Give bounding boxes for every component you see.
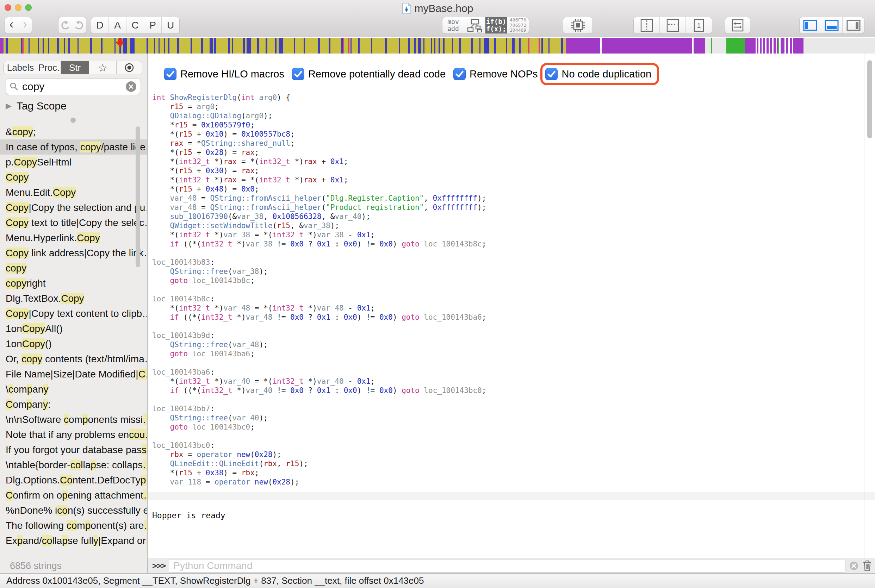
list-item[interactable]: Or, copy contents (text/html/ima…: [0, 351, 147, 366]
code-line: loc_100143ba6:: [152, 368, 486, 377]
clear-search-button[interactable]: [126, 81, 136, 92]
split-horizontal-button[interactable]: [660, 17, 686, 33]
tab-tags[interactable]: [117, 61, 142, 74]
tag-scope-disclosure[interactable]: ▶ Tag Scope: [6, 100, 67, 112]
tab-favorites[interactable]: ☆: [89, 61, 117, 74]
redo-button[interactable]: [72, 17, 86, 33]
cfg-view-button[interactable]: [464, 17, 485, 33]
undo-button[interactable]: [59, 17, 72, 33]
list-item[interactable]: Copy text to title|Copy the selec…: [0, 215, 147, 230]
code-line: *(r15 + 0x38) = rbx;: [152, 468, 486, 477]
list-item[interactable]: copy: [0, 261, 147, 276]
clear-console-icon[interactable]: [849, 561, 859, 571]
toggle-right-panel-button[interactable]: [843, 17, 864, 33]
code-pane[interactable]: int ShowRegisterDlg(int arg0) { r15 = ar…: [152, 93, 486, 487]
list-item[interactable]: File Name|Size|Date Modified|C…: [0, 366, 147, 382]
code-line: [152, 322, 486, 331]
navigation-minimap[interactable]: [0, 38, 875, 54]
list-item[interactable]: \company: [0, 382, 147, 397]
code-line: [152, 285, 486, 294]
checkbox-remove-hi-lo-macros[interactable]: Remove HI/LO macros: [164, 68, 284, 80]
search-input[interactable]: [21, 80, 126, 93]
checkbox-label: Remove HI/LO macros: [180, 68, 284, 80]
hex-view-label: 486F70706572204469: [510, 18, 526, 33]
nav-forward-button[interactable]: ›: [18, 17, 32, 33]
code-line: [152, 249, 486, 258]
list-item[interactable]: Note that if any problems encou…: [0, 427, 147, 442]
split-vertical-button[interactable]: [634, 17, 660, 33]
code-line: [152, 432, 486, 441]
checkbox-no-code-duplication[interactable]: No code duplication: [545, 68, 651, 80]
search-field[interactable]: [6, 78, 140, 95]
mode-ascii-button[interactable]: A: [109, 17, 126, 33]
list-item[interactable]: Menu.Edit.Copy: [0, 185, 147, 200]
list-item[interactable]: &copy;: [0, 124, 147, 140]
record-circle-icon: [125, 63, 134, 72]
mode-data-button[interactable]: D: [91, 17, 109, 33]
list-item[interactable]: p.CopySelHtml: [0, 154, 147, 170]
list-item[interactable]: %nDone% icon(s) successfully e…: [0, 503, 147, 518]
bottom-panel-icon: [824, 20, 839, 32]
checkbox-checked-icon[interactable]: [164, 68, 177, 80]
python-command-input[interactable]: [169, 559, 845, 573]
list-item[interactable]: Copy link address|Copy the link…: [0, 245, 147, 261]
list-item[interactable]: Copy: [0, 170, 147, 185]
sidebar-scrollbar[interactable]: [136, 126, 140, 267]
checkbox-checked-icon[interactable]: [545, 68, 558, 80]
chevron-right-icon: ›: [23, 18, 27, 33]
list-item[interactable]: Copy|Copy text content to clipb…: [0, 306, 147, 321]
trash-icon[interactable]: [862, 560, 872, 572]
pseudocode-view-button[interactable]: if(b)f(x);: [485, 17, 507, 33]
panel-toggle-buttons: [799, 17, 864, 34]
swap-panes-button[interactable]: [725, 17, 750, 34]
checkbox-checked-icon[interactable]: [292, 68, 304, 80]
list-item[interactable]: Dlg.TextBox.Copy: [0, 291, 147, 306]
tab-procedures[interactable]: Proc.: [38, 61, 61, 74]
single-pane-button[interactable]: 1: [686, 17, 712, 33]
list-item[interactable]: Menu.Hyperlink.Copy: [0, 230, 147, 245]
tab-labels[interactable]: Labels: [4, 61, 38, 74]
toggle-bottom-panel-button[interactable]: [821, 17, 843, 33]
list-item[interactable]: Expand/collapse fully|Expand or…: [0, 533, 147, 548]
redo-icon: [74, 20, 84, 31]
assembly-view-button[interactable]: movadd: [443, 17, 464, 33]
checkbox-remove-potentially-dead-code[interactable]: Remove potentially dead code: [292, 68, 446, 80]
checkbox-label: Remove potentially dead code: [308, 68, 446, 80]
code-line: *(int32_t *)var_38 = *(int32_t *)var_38 …: [152, 230, 486, 239]
code-line: var_48 = QString::fromAscii_helper("Prod…: [152, 203, 486, 212]
main-scrollbar[interactable]: [867, 60, 872, 138]
search-icon: [9, 82, 19, 91]
list-item[interactable]: If you forgot your database pass…: [0, 442, 147, 458]
list-item[interactable]: \n\nSoftware components missi…: [0, 412, 147, 427]
list-item[interactable]: In case of typos, copy/paste lice…: [0, 140, 147, 154]
mode-code-button[interactable]: C: [126, 17, 144, 33]
hex-view-button[interactable]: 486F70706572204469: [507, 17, 529, 33]
code-line: var_40 = QString::fromAscii_helper("Dlg.…: [152, 194, 486, 203]
code-line: loc_100143b8c:: [152, 294, 486, 303]
splitter-handle[interactable]: [71, 118, 76, 123]
title-bar: myBase.hop ‹ › D A C P: [0, 0, 875, 38]
code-line: rax = *QString::shared_null;: [152, 139, 486, 148]
checkbox-remove-nops[interactable]: Remove NOPs: [453, 68, 537, 80]
pseudocode-view-label: if(b)f(x);: [486, 18, 506, 33]
list-item[interactable]: Dlg.Options.Content.DefDocTyp…: [0, 472, 147, 488]
list-item[interactable]: copyright: [0, 276, 147, 291]
list-item[interactable]: Company:: [0, 397, 147, 412]
cpu-button[interactable]: [563, 17, 593, 34]
list-item[interactable]: 1onCopyAll(): [0, 321, 147, 336]
checkbox-label: No code duplication: [561, 68, 651, 80]
tab-strings[interactable]: Str: [61, 61, 89, 74]
svg-text:1: 1: [697, 22, 701, 29]
toggle-left-panel-button[interactable]: [800, 17, 821, 33]
mode-undefine-button[interactable]: U: [162, 17, 179, 33]
split-horizontal-icon: [666, 18, 680, 32]
list-item[interactable]: 1onCopy(): [0, 336, 147, 351]
nav-back-button[interactable]: ‹: [5, 17, 18, 33]
list-item[interactable]: \ntable{border-collapse: collaps…: [0, 458, 147, 472]
star-icon: ☆: [98, 62, 107, 74]
list-item[interactable]: Confirm on opening attachment…: [0, 488, 147, 503]
checkbox-checked-icon[interactable]: [453, 68, 466, 80]
mode-procedure-button[interactable]: P: [144, 17, 162, 33]
list-item[interactable]: The following component(s) are…: [0, 518, 147, 533]
list-item[interactable]: Copy|Copy the selection and pu…: [0, 200, 147, 215]
